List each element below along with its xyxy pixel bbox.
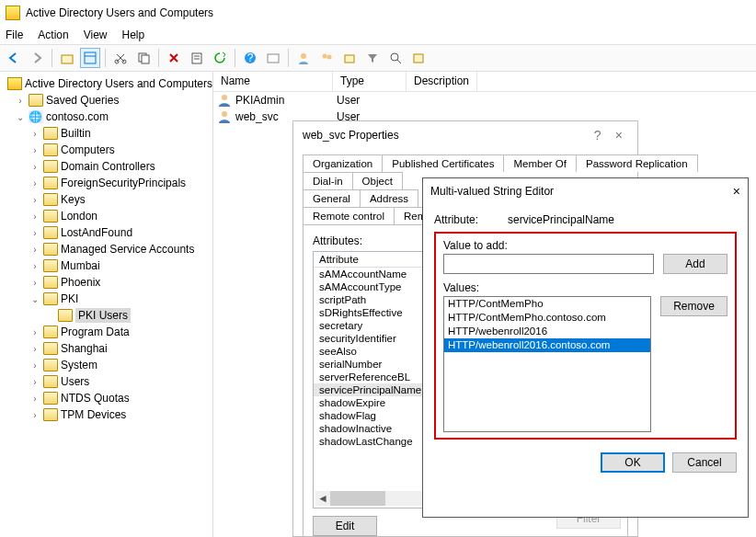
svg-rect-6 (142, 55, 149, 63)
tab-address[interactable]: Address (361, 189, 418, 207)
mv-values-label: Values: (443, 281, 727, 294)
tree-pki[interactable]: ⌄PKI (0, 291, 212, 307)
tree-domain-controllers[interactable]: ›Domain Controllers (0, 158, 212, 175)
tree-system[interactable]: ›System (0, 357, 212, 373)
tree-ntds[interactable]: ›NTDS Quotas (0, 390, 212, 406)
tab-published-certs[interactable]: Published Certificates (383, 154, 504, 172)
mv-attribute-label: Attribute: (434, 213, 508, 226)
forward-button[interactable] (27, 48, 47, 68)
ou-icon-button[interactable] (339, 48, 360, 68)
tree-domain[interactable]: ⌄🌐contoso.com (0, 109, 212, 125)
mv-value-item[interactable]: HTTP/webenroll2016.contoso.com (444, 338, 650, 352)
tab-member-of[interactable]: Member Of (504, 154, 577, 172)
menu-file[interactable]: File (6, 29, 23, 41)
tab-dialin[interactable]: Dial-in (303, 172, 353, 189)
mv-cancel-button[interactable]: Cancel (672, 452, 737, 473)
svg-point-17 (391, 53, 398, 61)
multivalue-title: Multi-valued String Editor (430, 185, 554, 198)
tab-organization[interactable]: Organization (303, 154, 383, 172)
tree-pane[interactable]: Active Directory Users and Computers ›Sa… (0, 72, 213, 537)
delete-button[interactable] (164, 48, 184, 68)
svg-rect-16 (345, 55, 354, 63)
col-type[interactable]: Type (333, 72, 407, 91)
tree-computers[interactable]: ›Computers (0, 142, 212, 158)
mv-values-list[interactable]: HTTP/ContMemPhoHTTP/ContMemPho.contoso.c… (443, 296, 651, 432)
mv-highlight-box: Value to add: Add Values: HTTP/ContMemPh… (434, 232, 737, 440)
menu-action[interactable]: Action (38, 29, 68, 41)
mv-ok-button[interactable]: OK (601, 452, 665, 473)
properties-titlebar: web_svc Properties ? × (293, 121, 637, 149)
svg-rect-1 (85, 52, 96, 63)
col-desc[interactable]: Description (407, 72, 477, 91)
user-icon (217, 109, 232, 124)
svg-point-20 (222, 95, 227, 100)
menu-help[interactable]: Help (122, 29, 145, 41)
cut-button[interactable] (110, 48, 131, 68)
properties-button[interactable] (187, 48, 207, 68)
tree-phoenix[interactable]: ›Phoenix (0, 274, 212, 291)
svg-line-18 (397, 60, 401, 63)
list-header: Name Type Description (213, 72, 756, 92)
copy-button[interactable] (133, 48, 154, 68)
tree-fsp[interactable]: ›ForeignSecurityPrincipals (0, 175, 212, 191)
svg-point-14 (323, 54, 327, 59)
tree-program-data[interactable]: ›Program Data (0, 324, 212, 340)
help-button[interactable]: ? (240, 48, 260, 68)
tab-general[interactable]: General (303, 189, 361, 207)
tree-msa[interactable]: ›Managed Service Accounts (0, 241, 212, 257)
tree-lostandfound[interactable]: ›LostAndFound (0, 224, 212, 241)
properties-close-button[interactable]: × (610, 128, 628, 143)
svg-text:?: ? (247, 51, 254, 64)
filter-button[interactable] (362, 48, 383, 68)
user-icon (217, 93, 232, 108)
search-button[interactable] (385, 48, 406, 68)
tree-shanghai[interactable]: ›Shanghai (0, 340, 212, 357)
title-bar: Active Directory Users and Computers (0, 0, 756, 26)
menu-bar: File Action View Help (0, 26, 756, 44)
mv-value-item[interactable]: HTTP/ContMemPho (444, 297, 650, 311)
properties-help-button[interactable]: ? (589, 128, 607, 143)
refresh-button[interactable] (210, 48, 230, 68)
toolbar: ? (0, 44, 756, 72)
properties-title: web_svc Properties (303, 129, 399, 142)
tree-saved-queries[interactable]: ›Saved Queries (0, 92, 212, 109)
mv-add-button[interactable]: Add (663, 254, 727, 274)
tree-builtin[interactable]: ›Builtin (0, 125, 212, 142)
tree-tpm[interactable]: ›TPM Devices (0, 406, 212, 423)
edit-button[interactable]: Edit (313, 516, 377, 536)
tree-keys[interactable]: ›Keys (0, 191, 212, 208)
mv-value-item[interactable]: HTTP/ContMemPho.contoso.com (444, 311, 650, 325)
svg-point-13 (301, 53, 306, 59)
multivalue-close-button[interactable]: × (733, 184, 740, 199)
tree-mumbai[interactable]: ›Mumbai (0, 257, 212, 274)
app-icon (6, 6, 20, 20)
user-icon-button[interactable] (293, 48, 314, 68)
mv-value-to-add-label: Value to add: (443, 239, 727, 252)
svg-rect-12 (268, 54, 279, 63)
list-row-pkiadmin[interactable]: PKIAdmin User (213, 92, 756, 109)
group-icon-button[interactable] (316, 48, 337, 68)
svg-point-21 (222, 111, 227, 117)
mv-attribute-value: servicePrincipalName (508, 213, 737, 226)
find-button[interactable] (263, 48, 283, 68)
detail-pane-button[interactable] (80, 48, 100, 68)
extra-button[interactable] (408, 48, 429, 68)
menu-view[interactable]: View (84, 29, 108, 41)
svg-point-15 (327, 55, 332, 60)
svg-rect-0 (62, 55, 73, 63)
col-name[interactable]: Name (213, 72, 333, 91)
mv-value-item[interactable]: HTTP/webenroll2016 (444, 325, 650, 338)
back-button[interactable] (4, 48, 24, 68)
tab-remote-control[interactable]: Remote control (303, 207, 395, 224)
tree-pki-users[interactable]: PKI Users (0, 307, 212, 324)
mv-value-input[interactable] (443, 254, 654, 274)
svg-rect-19 (414, 54, 423, 63)
mv-remove-button[interactable]: Remove (660, 296, 727, 316)
tab-password-replication[interactable]: Password Replication (577, 154, 698, 172)
tree-root[interactable]: Active Directory Users and Computers (0, 75, 212, 92)
up-button[interactable] (57, 48, 77, 68)
tree-users[interactable]: ›Users (0, 373, 212, 390)
multivalue-editor-dialog: Multi-valued String Editor × Attribute: … (422, 177, 749, 518)
tree-london[interactable]: ›London (0, 208, 212, 224)
tab-object[interactable]: Object (353, 172, 403, 189)
